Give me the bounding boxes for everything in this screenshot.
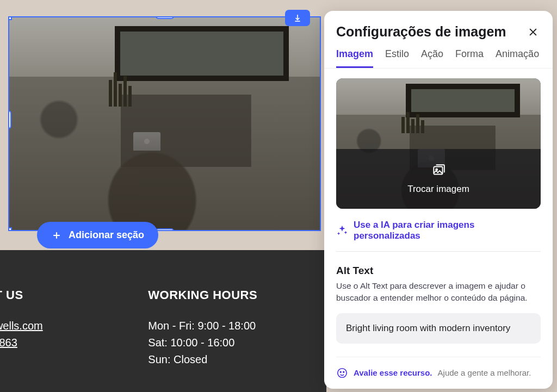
bottles-shape <box>109 69 152 107</box>
resize-handle-bottom[interactable] <box>156 228 174 231</box>
download-icon <box>293 14 302 22</box>
feedback-help: Ajude a gente a melhorar. <box>438 368 531 377</box>
footer-contact-col: CONTACT US example@wells.com (214) 965-8… <box>0 288 148 368</box>
resize-handle-bottom-left[interactable] <box>8 227 12 231</box>
footer-hours-line: Sun: Closed <box>148 351 305 368</box>
ai-generate-link[interactable]: Use a IA para criar imagens personalizad… <box>336 209 541 252</box>
resize-handle-left[interactable] <box>8 110 11 129</box>
wall-frame-shape <box>406 84 521 117</box>
add-section-button[interactable]: Adicionar seção <box>37 222 158 248</box>
alt-text-section: Alt Text Use o Alt Text para descrever a… <box>336 252 541 344</box>
wall-frame-shape <box>115 26 289 82</box>
smiley-icon <box>336 367 348 379</box>
add-section-label: Adicionar seção <box>69 229 144 241</box>
footer-contact-heading: CONTACT US <box>0 288 126 302</box>
footer-hours-line: Mon - Fri: 9:00 - 18:00 <box>148 318 305 334</box>
panel-tabs: Imagem Estilo Ação Forma Animação <box>324 45 553 69</box>
feedback-row: Avalie esse recurso. Ajude a gente a mel… <box>336 357 541 379</box>
footer-hours-col: WORKING HOURS Mon - Fri: 9:00 - 18:00 Sa… <box>148 288 326 368</box>
close-button[interactable] <box>525 24 541 40</box>
footer-hours-line: Sat: 10:00 - 16:00 <box>148 334 305 351</box>
svg-rect-0 <box>434 167 442 175</box>
download-button[interactable] <box>285 10 310 26</box>
close-icon <box>528 27 539 38</box>
laptop-shape <box>133 132 160 151</box>
image-icon <box>431 163 445 177</box>
alt-text-help: Use o Alt Text para descrever a imagem e… <box>336 280 541 304</box>
tab-acao[interactable]: Ação <box>421 48 443 68</box>
site-footer: CONTACT US example@wells.com (214) 965-8… <box>0 250 326 392</box>
svg-point-3 <box>340 371 341 372</box>
resize-handle-top[interactable] <box>156 16 174 19</box>
resize-handle-top-left[interactable] <box>8 16 12 20</box>
ai-generate-label: Use a IA para criar imagens personalizad… <box>354 220 541 241</box>
swap-image-label: Trocar imagem <box>407 184 469 195</box>
tab-animacao[interactable]: Animação <box>496 48 539 68</box>
alt-text-title: Alt Text <box>336 265 541 277</box>
tab-imagem[interactable]: Imagem <box>336 48 373 68</box>
image-thumbnail[interactable]: Trocar imagem <box>336 78 541 209</box>
editor-canvas: Adicionar seção CONTACT US example@wells… <box>0 0 326 392</box>
footer-email-link[interactable]: example@wells.com <box>0 320 43 332</box>
feedback-link[interactable]: Avalie esse recurso. <box>354 368 432 377</box>
footer-phone-link[interactable]: (214) 965-8863 <box>0 337 17 349</box>
tab-forma[interactable]: Forma <box>455 48 484 68</box>
svg-point-4 <box>343 371 344 372</box>
plus-icon <box>51 230 62 241</box>
alt-text-input[interactable] <box>336 313 541 344</box>
sparkle-icon <box>336 225 348 237</box>
image-preview <box>9 17 320 230</box>
footer-hours-heading: WORKING HOURS <box>148 288 305 302</box>
svg-point-2 <box>338 369 347 378</box>
image-settings-panel: Configurações de imagem Imagem Estilo Aç… <box>324 11 553 389</box>
tab-estilo[interactable]: Estilo <box>385 48 409 68</box>
swap-image-overlay[interactable]: Trocar imagem <box>336 149 541 209</box>
panel-title: Configurações de imagem <box>336 24 506 40</box>
bottles-shape <box>401 110 430 133</box>
selected-image-frame[interactable] <box>8 16 321 231</box>
